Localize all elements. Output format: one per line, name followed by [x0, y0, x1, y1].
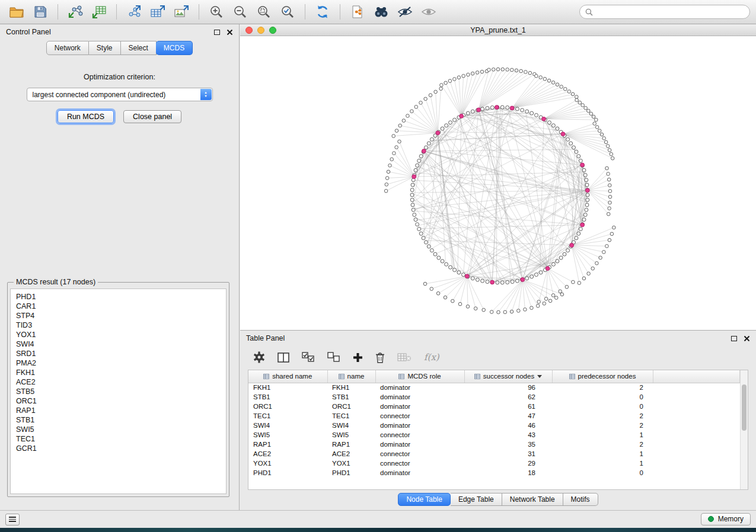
export-image-button[interactable]	[171, 2, 192, 21]
table-row[interactable]: FKH1FKH1dominator962	[248, 383, 740, 392]
zoom-out-icon	[233, 5, 247, 19]
table-panel: Table Panel	[240, 330, 756, 510]
control-panel: Control Panel Network Style Select MCDS …	[0, 24, 240, 510]
export-table-button[interactable]	[147, 2, 168, 21]
table-row[interactable]: SWI5SWI5connector431	[248, 430, 740, 440]
refresh-view-button[interactable]	[312, 2, 333, 21]
mcds-result-item[interactable]: ORC1	[16, 396, 221, 406]
memory-button[interactable]: Memory	[701, 513, 751, 525]
mcds-result-item[interactable]: STB5	[16, 387, 221, 396]
table-scrollbar-thumb[interactable]	[742, 384, 747, 431]
mcds-result-item[interactable]: STP4	[16, 311, 221, 321]
search-box[interactable]	[579, 5, 750, 19]
search-icon	[585, 8, 593, 16]
column-type-icon	[398, 374, 404, 379]
tab-style[interactable]: Style	[89, 41, 121, 55]
table-row[interactable]: TEC1TEC1connector472	[248, 411, 740, 421]
mcds-tab-body: Optimization criterion: largest connecte…	[5, 59, 234, 504]
function-builder-button[interactable]: f(x)	[424, 352, 439, 363]
table-row[interactable]: ORC1ORC1dominator610	[248, 402, 740, 411]
table-row[interactable]: RAP1RAP1dominator352	[248, 440, 740, 449]
network-window-titlebar[interactable]: YPA_prune.txt_1	[240, 24, 756, 36]
mcds-result-item[interactable]: FKH1	[16, 368, 221, 377]
optimization-criterion-label: Optimization criterion:	[5, 73, 234, 81]
tab-mcds[interactable]: MCDS	[156, 41, 193, 55]
tab-network-table[interactable]: Network Table	[502, 493, 563, 506]
close-panel-button[interactable]: Close panel	[123, 110, 181, 123]
save-session-button[interactable]	[30, 2, 51, 21]
minimize-window-icon[interactable]	[257, 27, 264, 34]
table-row[interactable]: ACE2ACE2connector311	[248, 449, 740, 459]
mcds-result-item[interactable]: RAP1	[16, 406, 221, 415]
table-row[interactable]: YOX1YOX1connector291	[248, 459, 740, 468]
mcds-result-list[interactable]: PHD1CAR1STP4TID3YOX1SWI4SRD1PMA2FKH1ACE2…	[10, 289, 227, 494]
mcds-result-item[interactable]: ACE2	[16, 377, 221, 387]
mcds-result-item[interactable]: TEC1	[16, 434, 221, 444]
column-header-successor-nodes[interactable]: successor nodes	[464, 370, 552, 383]
control-panel-title: Control Panel	[6, 28, 51, 36]
float-panel-icon[interactable]	[214, 30, 220, 35]
column-header-shared-name[interactable]: shared name	[248, 370, 327, 383]
network-canvas[interactable]	[240, 36, 755, 329]
maximize-window-icon[interactable]	[269, 27, 276, 34]
mcds-result-item[interactable]: PMA2	[16, 358, 221, 368]
find-button[interactable]	[371, 2, 392, 21]
mcds-result-item[interactable]: YOX1	[16, 330, 221, 339]
mcds-result-item[interactable]: SWI4	[16, 339, 221, 349]
zoom-selected-icon	[280, 5, 295, 19]
import-network-button[interactable]	[65, 2, 86, 21]
table-scrollbar[interactable]	[740, 370, 748, 489]
search-input[interactable]	[596, 8, 744, 16]
tab-select[interactable]: Select	[121, 41, 157, 55]
open-folder-button[interactable]	[6, 2, 27, 21]
zoom-in-button[interactable]	[206, 2, 227, 21]
table-row[interactable]: SWI4SWI4dominator462	[248, 421, 740, 430]
close-panel-icon[interactable]	[227, 29, 233, 36]
tab-node-table[interactable]: Node Table	[398, 493, 451, 506]
float-table-panel-icon[interactable]	[731, 336, 737, 341]
zoom-fit-button[interactable]	[253, 2, 275, 21]
add-column-button[interactable]	[353, 352, 363, 363]
mcds-result-item[interactable]: SWI5	[16, 425, 221, 434]
close-window-icon[interactable]	[245, 27, 253, 34]
deselect-all-button[interactable]	[327, 352, 340, 363]
hide-details-button[interactable]	[394, 2, 416, 21]
table-row[interactable]: STB1STB1dominator620	[248, 392, 740, 402]
zoom-out-button[interactable]	[229, 2, 251, 21]
run-mcds-button[interactable]: Run MCDS	[58, 110, 114, 123]
close-table-panel-icon[interactable]	[744, 335, 750, 342]
tab-network[interactable]: Network	[46, 41, 89, 55]
mcds-result-item[interactable]: GCR1	[16, 444, 221, 453]
split-columns-button[interactable]	[277, 352, 289, 363]
column-header-mcds-role[interactable]: MCDS role	[375, 370, 464, 383]
task-history-button[interactable]	[5, 514, 20, 525]
table-settings-button[interactable]	[253, 351, 265, 363]
mcds-result-item[interactable]: TID3	[16, 321, 221, 330]
delete-column-button[interactable]	[375, 352, 385, 363]
mcds-result-item[interactable]: CAR1	[16, 302, 221, 311]
criterion-dropdown[interactable]: largest connected component (undirected)…	[27, 88, 213, 101]
zoom-selected-button[interactable]	[277, 2, 298, 21]
mcds-result-item[interactable]: SRD1	[16, 349, 221, 358]
select-all-button[interactable]	[302, 352, 315, 363]
show-details-button[interactable]	[418, 2, 439, 21]
column-header-name[interactable]: name	[327, 370, 375, 383]
mcds-result-item[interactable]: STB1	[16, 415, 221, 425]
table-row[interactable]: PHD1PHD1dominator180	[248, 468, 740, 477]
mcds-result-item[interactable]: PHD1	[16, 292, 221, 302]
memory-label: Memory	[718, 515, 744, 523]
export-network-icon	[126, 5, 142, 19]
tab-motifs[interactable]: Motifs	[563, 493, 598, 506]
list-icon	[9, 517, 16, 518]
export-network-button[interactable]	[123, 2, 145, 21]
node-table-header-row: shared name name MCDS role successor n	[248, 370, 740, 383]
toolbar-separator	[58, 4, 58, 20]
column-header-predecessor-nodes[interactable]: predecessor nodes	[552, 370, 653, 383]
open-folder-icon	[9, 5, 24, 18]
memory-status-icon	[708, 516, 714, 522]
delete-table-button[interactable]	[397, 352, 412, 362]
tab-edge-table[interactable]: Edge Table	[451, 493, 502, 506]
network-window: YPA_prune.txt_1	[240, 24, 756, 330]
export-document-button[interactable]	[347, 2, 368, 21]
import-table-button[interactable]	[88, 2, 110, 21]
